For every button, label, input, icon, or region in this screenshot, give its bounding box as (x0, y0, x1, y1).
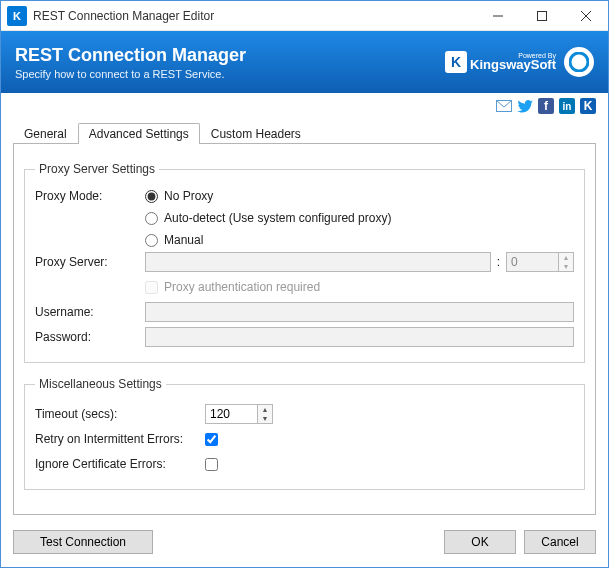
proxy-username-input (145, 302, 574, 322)
timeout-input[interactable] (205, 404, 257, 424)
minimize-button[interactable] (476, 1, 520, 30)
proxy-mode-manual[interactable]: Manual (145, 233, 391, 247)
minimize-icon (493, 11, 503, 21)
retry-checkbox[interactable] (205, 433, 218, 446)
tab-custom-headers[interactable]: Custom Headers (200, 123, 312, 144)
proxy-settings-group: Proxy Server Settings Proxy Mode: No Pro… (24, 162, 585, 363)
maximize-button[interactable] (520, 1, 564, 30)
proxy-auth-checkbox (145, 281, 158, 294)
timeout-stepper[interactable]: ▲ ▼ (205, 404, 273, 424)
ignore-cert-checkbox[interactable] (205, 458, 218, 471)
vendor-name: KingswaySoft (470, 57, 556, 72)
twitter-icon[interactable] (517, 98, 533, 114)
proxy-password-input (145, 327, 574, 347)
proxy-mode-auto-detect[interactable]: Auto-detect (Use system configured proxy… (145, 211, 391, 225)
proxy-username-label: Username: (35, 305, 145, 319)
proxy-port-input (506, 252, 558, 272)
linkedin-icon[interactable]: in (559, 98, 575, 114)
cloud-circle-icon (569, 52, 589, 72)
close-button[interactable] (564, 1, 608, 30)
proxy-auth-label: Proxy authentication required (164, 280, 320, 294)
tab-strip: General Advanced Settings Custom Headers (1, 121, 608, 143)
proxy-port-up-icon: ▲ (559, 253, 573, 262)
misc-settings-legend: Miscellaneous Settings (35, 377, 166, 391)
window-title: REST Connection Manager Editor (33, 9, 476, 23)
maximize-icon (537, 11, 547, 21)
vendor-logo: K Powered By KingswaySoft (445, 51, 556, 73)
radio-auto-detect-label: Auto-detect (Use system configured proxy… (164, 211, 391, 225)
proxy-port-separator: : (497, 255, 500, 269)
tab-panel-advanced: Proxy Server Settings Proxy Mode: No Pro… (13, 143, 596, 515)
facebook-icon[interactable]: f (538, 98, 554, 114)
tab-advanced-settings[interactable]: Advanced Settings (78, 123, 200, 144)
misc-settings-group: Miscellaneous Settings Timeout (secs): ▲… (24, 377, 585, 490)
app-icon: K (7, 6, 27, 26)
proxy-server-label: Proxy Server: (35, 255, 145, 269)
window-controls (476, 1, 608, 30)
radio-no-proxy[interactable] (145, 190, 158, 203)
retry-label: Retry on Intermittent Errors: (35, 432, 205, 446)
banner-subtitle: Specify how to connect to a REST Service… (15, 68, 246, 80)
timeout-up-icon[interactable]: ▲ (258, 405, 272, 414)
timeout-down-icon[interactable]: ▼ (258, 414, 272, 423)
proxy-settings-legend: Proxy Server Settings (35, 162, 159, 176)
proxy-password-label: Password: (35, 330, 145, 344)
radio-no-proxy-label: No Proxy (164, 189, 213, 203)
tab-general[interactable]: General (13, 123, 78, 144)
proxy-mode-no-proxy[interactable]: No Proxy (145, 189, 391, 203)
svg-point-1 (570, 53, 588, 71)
header-banner: REST Connection Manager Specify how to c… (1, 31, 608, 93)
titlebar: K REST Connection Manager Editor (1, 1, 608, 31)
proxy-server-input (145, 252, 491, 272)
window-root: K REST Connection Manager Editor REST Co… (0, 0, 609, 568)
proxy-port-down-icon: ▼ (559, 262, 573, 271)
banner-title: REST Connection Manager (15, 45, 246, 66)
radio-manual-label: Manual (164, 233, 203, 247)
timeout-label: Timeout (secs): (35, 407, 205, 421)
cancel-button[interactable]: Cancel (524, 530, 596, 554)
ignore-cert-label: Ignore Certificate Errors: (35, 457, 205, 471)
social-links-row: f in K (1, 93, 608, 117)
test-connection-button[interactable]: Test Connection (13, 530, 153, 554)
proxy-mode-label: Proxy Mode: (35, 189, 145, 203)
proxy-port-stepper: ▲ ▼ (506, 252, 574, 272)
ok-button[interactable]: OK (444, 530, 516, 554)
dialog-button-bar: Test Connection OK Cancel (1, 525, 608, 567)
radio-auto-detect[interactable] (145, 212, 158, 225)
product-icon (564, 47, 594, 77)
kingswaysoft-icon[interactable]: K (580, 98, 596, 114)
radio-manual[interactable] (145, 234, 158, 247)
svg-rect-0 (538, 11, 547, 20)
vendor-logo-icon: K (445, 51, 467, 73)
email-icon[interactable] (496, 98, 512, 114)
close-icon (581, 11, 591, 21)
